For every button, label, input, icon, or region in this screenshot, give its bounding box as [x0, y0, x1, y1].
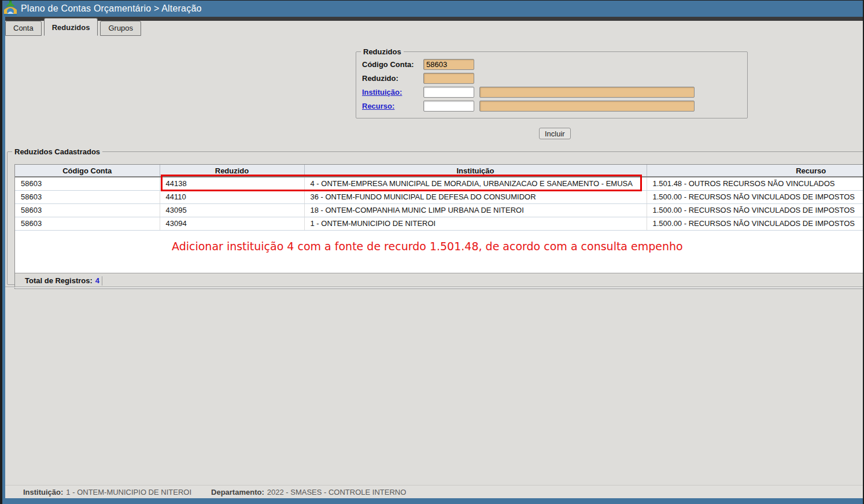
cell-recurso: 1.500.00 - RECURSOS NÃO VINCULADOS DE IM…: [647, 217, 864, 230]
column-header-reduzido[interactable]: Reduzido: [160, 165, 304, 177]
cell-codigo-conta: 58603: [15, 203, 160, 217]
cell-recurso: 1.500.00 - RECURSOS NÃO VINCULADOS DE IM…: [647, 190, 864, 203]
footer-departamento-value: 2022 - SMASES - CONTROLE INTERNO: [267, 488, 407, 496]
reduzidos-grid-container: Código Conta Reduzido Instituição Recurs…: [14, 164, 864, 289]
total-records-label: Total de Registros:: [25, 276, 93, 285]
instituicao-code-field[interactable]: [423, 87, 474, 98]
instituicao-lookup-link[interactable]: Instituição:: [362, 88, 423, 97]
cell-codigo-conta: 58603: [15, 190, 160, 203]
total-records-value: 4: [95, 276, 99, 285]
cell-codigo-conta: 58603: [15, 217, 160, 230]
footer-instituicao-label: Instituição:: [23, 488, 63, 496]
cell-instituicao: 18 - ONTEM-COMPANHIA MUNIC LIMP URBANA D…: [304, 203, 647, 217]
application-window: Plano de Contas Orçamentário > Alteração…: [0, 0, 864, 504]
table-row[interactable]: 58603 44138 4 - ONTEM-EMPRESA MUNICIPAL …: [15, 177, 864, 190]
recurso-lookup-link[interactable]: Recurso:: [362, 102, 423, 110]
column-header-instituicao[interactable]: Instituição: [304, 165, 647, 177]
cell-codigo-conta: 58603: [15, 177, 160, 190]
reduzido-label: Reduzido:: [362, 74, 423, 83]
cell-reduzido: 43094: [160, 217, 304, 230]
table-row[interactable]: 58603 43094 1 - ONTEM-MUNICIPIO DE NITER…: [15, 217, 864, 230]
codigo-conta-field[interactable]: [423, 59, 474, 70]
instruction-annotation: Adicionar instituição 4 com a fonte de r…: [172, 240, 683, 253]
cell-instituicao: 4 - ONTEM-EMPRESA MUNICIPAL DE MORADIA, …: [304, 177, 647, 190]
bottom-accent-bar: [0, 498, 864, 504]
codigo-conta-label: Código Conta:: [362, 60, 423, 69]
cell-recurso: 1.501.48 - OUTROS RECURSOS NÃO VINCULADO…: [647, 177, 864, 190]
tab-bar: Conta Reduzidos Grupos: [0, 17, 864, 36]
tab-grupos[interactable]: Grupos: [100, 21, 141, 36]
cell-instituicao: 1 - ONTEM-MUNICIPIO DE NITEROI: [304, 217, 647, 230]
table-header-row: Código Conta Reduzido Instituição Recurs…: [15, 165, 864, 177]
recurso-desc-field[interactable]: [479, 101, 695, 112]
instituicao-desc-field[interactable]: [479, 87, 695, 98]
tab-reduzidos[interactable]: Reduzidos: [44, 18, 98, 36]
column-header-codigo-conta[interactable]: Código Conta: [15, 165, 160, 177]
footer-departamento-label: Departamento:: [211, 488, 264, 496]
incluir-button[interactable]: Incluir: [539, 128, 571, 139]
page-title: Plano de Contas Orçamentário > Alteração: [21, 3, 202, 14]
table-row[interactable]: 58603 44110 36 - ONTEM-FUNDO MUNICIPAL D…: [15, 190, 864, 203]
table-row[interactable]: 58603 43095 18 - ONTEM-COMPANHIA MUNIC L…: [15, 203, 864, 217]
column-header-recurso[interactable]: Recurso: [647, 165, 864, 177]
reduzidos-table: Código Conta Reduzido Instituição Recurs…: [15, 165, 864, 231]
tab-conta[interactable]: Conta: [5, 21, 42, 36]
window-left-accent: [2, 17, 5, 504]
total-records-bar: Total de Registros: 4: [15, 273, 864, 288]
reduzidos-cadastrados-panel: Reduzidos Cadastrados Código Conta Reduz…: [7, 147, 864, 285]
cell-instituicao: 36 - ONTEM-FUNDO MUNICIPAL DE DEFESA DO …: [304, 190, 647, 203]
cell-recurso: 1.500.00 - RECURSOS NÃO VINCULADOS DE IM…: [647, 203, 864, 217]
cell-reduzido: 43095: [160, 203, 304, 217]
cell-reduzido: 44138: [160, 177, 304, 190]
window-left-edge: [0, 0, 2, 504]
app-logo-icon: [3, 1, 17, 16]
reduzidos-form-legend: Reduzidos: [361, 47, 404, 56]
recurso-code-field[interactable]: [423, 101, 474, 112]
total-records-separator: [102, 276, 102, 286]
content-panel-divider: [4, 287, 864, 288]
reduzidos-form: Reduzidos Código Conta: Reduzido: Instit…: [356, 47, 748, 118]
title-bar: Plano de Contas Orçamentário > Alteração: [0, 0, 864, 17]
footer-instituicao-value: 1 - ONTEM-MUNICIPIO DE NITEROI: [66, 488, 191, 496]
reduzido-field[interactable]: [423, 73, 474, 84]
cell-reduzido: 44110: [160, 190, 304, 203]
status-footer: Instituição: 1 - ONTEM-MUNICIPIO DE NITE…: [0, 485, 864, 498]
reduzidos-cadastrados-legend: Reduzidos Cadastrados: [12, 147, 102, 156]
